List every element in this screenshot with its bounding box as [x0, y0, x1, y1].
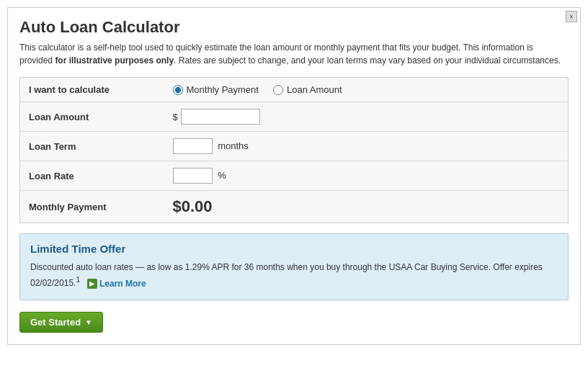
- loan-rate-row: Loan Rate %: [20, 161, 569, 191]
- calculate-label: I want to calculate: [20, 78, 164, 102]
- monthly-payment-radio[interactable]: [173, 85, 183, 95]
- monthly-payment-option-label: Monthly Payment: [187, 84, 259, 95]
- months-label: months: [218, 140, 249, 151]
- monthly-payment-result-row: Monthly Payment $0.00: [20, 191, 569, 223]
- description-text: This calculator is a self-help tool used…: [19, 41, 569, 67]
- loan-amount-label: Loan Amount: [20, 102, 164, 132]
- close-button[interactable]: ×: [566, 11, 577, 22]
- monthly-payment-option[interactable]: Monthly Payment: [173, 84, 259, 95]
- page-title: Auto Loan Calculator: [19, 18, 569, 37]
- percent-label: %: [218, 170, 226, 181]
- monthly-payment-result-label: Monthly Payment: [20, 191, 164, 223]
- monthly-payment-result-value: $0.00: [173, 197, 213, 215]
- dropdown-arrow-icon: ▼: [85, 318, 92, 326]
- learn-more-link[interactable]: ▶ Learn More: [87, 277, 146, 291]
- calculate-row: I want to calculate Monthly Payment Loan…: [20, 78, 569, 102]
- footnote-marker: 1: [76, 276, 80, 284]
- loan-amount-field-group: $: [173, 109, 560, 125]
- loan-rate-label: Loan Rate: [20, 161, 164, 191]
- calculate-options: Monthly Payment Loan Amount: [164, 78, 569, 102]
- calculator-window: × Auto Loan Calculator This calculator i…: [7, 7, 581, 345]
- loan-term-input[interactable]: [173, 138, 213, 154]
- offer-title: Limited Time Offer: [30, 243, 558, 255]
- calculator-table: I want to calculate Monthly Payment Loan…: [19, 77, 569, 223]
- get-started-button[interactable]: Get Started ▼: [19, 312, 103, 333]
- loan-amount-row: Loan Amount $: [20, 102, 569, 132]
- dollar-sign: $: [173, 112, 178, 122]
- offer-text: Discounted auto loan rates — as low as 1…: [30, 261, 558, 291]
- loan-amount-input[interactable]: [181, 109, 260, 125]
- loan-term-row: Loan Term months: [20, 132, 569, 161]
- loan-term-label: Loan Term: [20, 132, 164, 161]
- offer-box: Limited Time Offer Discounted auto loan …: [19, 233, 569, 300]
- loan-amount-radio[interactable]: [273, 85, 283, 95]
- learn-more-label: Learn More: [99, 277, 146, 291]
- loan-amount-option[interactable]: Loan Amount: [273, 84, 342, 95]
- learn-more-icon: ▶: [87, 279, 97, 289]
- loan-amount-option-label: Loan Amount: [287, 84, 342, 95]
- loan-rate-input[interactable]: [173, 168, 213, 184]
- get-started-label: Get Started: [30, 317, 81, 328]
